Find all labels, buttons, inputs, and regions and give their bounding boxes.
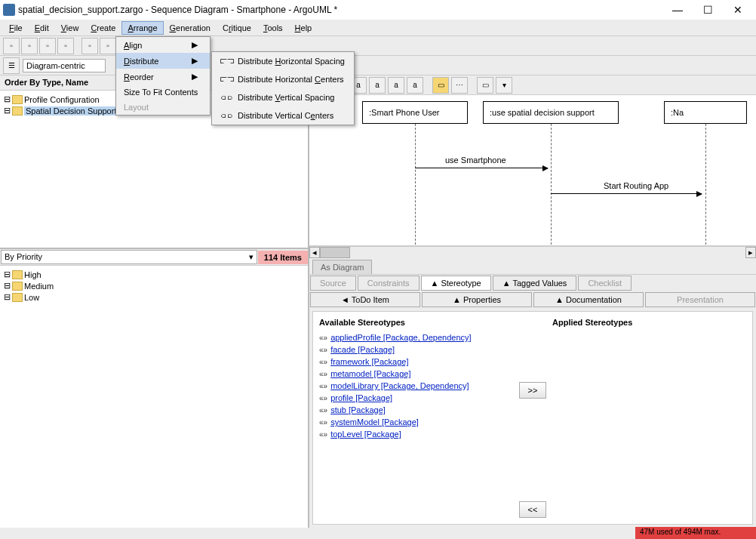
perspective-combo[interactable]: Diagram-centric <box>23 59 106 72</box>
dist-hs-icon: ⫍⫎ <box>221 55 233 67</box>
dt-7[interactable]: ▭ <box>432 77 449 94</box>
folder-icon <box>12 95 23 104</box>
menu-bar: File Edit View Create Arrange Generation… <box>0 20 756 36</box>
dt-8[interactable]: ⋯ <box>451 77 468 94</box>
tab-as-diagram[interactable]: As Diagram <box>312 260 372 274</box>
distribute-v-spacing[interactable]: ⫏⫐Distribute Vertical Spacing <box>212 88 354 106</box>
todo-panel: By Priority▾ 114 Items ⊟High ⊟Medium ⊟Lo… <box>0 249 308 528</box>
lifeline-line <box>705 124 706 245</box>
stereotype-item[interactable]: «»stub [Package] <box>319 404 513 416</box>
chevron-down-icon: ▾ <box>249 252 254 262</box>
distribute-v-centers[interactable]: ⫏⫐Distribute Vertical Centers <box>212 106 354 125</box>
message-label: Start Routing App <box>604 181 668 190</box>
tool-diagram-icon[interactable]: ☰ <box>3 57 20 74</box>
priority-medium[interactable]: ⊟Medium <box>3 280 305 291</box>
arrange-distribute[interactable]: Distribute▶ <box>116 53 210 69</box>
priority-high[interactable]: ⊟High <box>3 269 305 280</box>
items-count: 114 Items <box>258 251 308 264</box>
lifeline-user[interactable]: :Smart Phone User <box>362 101 468 124</box>
status-bar: 47M used of 494M max. <box>635 527 756 539</box>
maximize-button[interactable]: ☐ <box>699 2 717 17</box>
lifeline-line <box>415 124 416 245</box>
dist-hc-icon: ⫍⫎ <box>221 73 233 85</box>
dt-5[interactable]: a <box>388 77 404 94</box>
tab-presentation[interactable]: Presentation <box>645 292 755 307</box>
distribute-h-spacing[interactable]: ⫍⫎Distribute Horizontal Spacing <box>212 52 354 70</box>
lifeline-support[interactable]: :use spatial decision support <box>483 101 619 124</box>
tab-documentation[interactable]: ▲ Documentation <box>533 292 644 307</box>
arrange-size[interactable]: Size To Fit Contents <box>116 85 210 100</box>
minimize-button[interactable]: — <box>668 2 687 17</box>
message-arrow[interactable] <box>551 193 702 194</box>
lifeline-nav[interactable]: :Na <box>664 101 747 124</box>
memory-indicator: 47M used of 494M max. <box>635 527 756 539</box>
tool-save[interactable]: ▫ <box>39 38 56 54</box>
lifeline-line <box>551 124 552 245</box>
arrange-align[interactable]: Align▶ <box>116 37 210 53</box>
stereotype-item[interactable]: «»appliedProfile [Package, Dependency] <box>319 331 513 343</box>
tool-print[interactable]: ▫ <box>81 38 98 54</box>
priority-combo[interactable]: By Priority▾ <box>1 250 257 264</box>
tool-open[interactable]: ▫ <box>21 38 38 54</box>
tab-properties[interactable]: ▲ Properties <box>422 292 532 307</box>
tab-stereotype[interactable]: ▲ Stereotype <box>421 276 491 291</box>
close-button[interactable]: ✕ <box>729 2 747 17</box>
dt-4[interactable]: a <box>369 77 386 94</box>
folder-icon <box>12 270 23 279</box>
stereotype-item[interactable]: «»facade [Package] <box>319 343 513 356</box>
dt-9[interactable]: ▭ <box>477 77 493 94</box>
h-scrollbar[interactable]: ◂ ▸ <box>309 246 756 258</box>
stereotype-item[interactable]: «»systemModel [Package] <box>319 416 513 428</box>
remove-stereotype-button[interactable]: << <box>519 501 546 518</box>
window-controls: — ☐ ✕ <box>668 2 753 17</box>
expand-icon[interactable]: ⊟ <box>3 106 11 116</box>
diagram-toolbar: a a a a a a ▭ ⋯ ▭ ▾ <box>309 75 756 95</box>
folder-icon <box>12 282 23 291</box>
main-toolbar: ▫ ▫ ▫ ▫ ▫ ▫ ▫ <box>0 36 756 56</box>
tool-6[interactable]: ▫ <box>100 38 116 54</box>
arrange-layout: Layout <box>116 100 210 115</box>
tab-todo[interactable]: ◄ ToDo Item <box>310 292 420 307</box>
tab-checklist[interactable]: Checklist <box>578 276 632 291</box>
title-bar: spatial_decision_support.zargo - Sequenc… <box>0 0 756 20</box>
menu-arrange[interactable]: Arrange <box>121 21 163 35</box>
arrange-reorder[interactable]: Reorder▶ <box>116 69 210 85</box>
app-icon <box>3 4 15 16</box>
stereotype-item[interactable]: «»framework [Package] <box>319 356 513 368</box>
menu-tools[interactable]: Tools <box>257 21 289 35</box>
diagram-tabs: As Diagram <box>309 258 756 275</box>
diagram-canvas[interactable]: :Smart Phone User :use spatial decision … <box>309 95 756 246</box>
dt-6[interactable]: a <box>407 77 423 94</box>
arrange-dropdown: Align▶ Distribute▶ Reorder▶ Size To Fit … <box>115 36 211 116</box>
dt-10[interactable]: ▾ <box>496 77 512 94</box>
stereotype-item[interactable]: «»modelLibrary [Package, Dependency] <box>319 380 513 392</box>
tab-constraints[interactable]: Constraints <box>358 276 419 291</box>
distribute-submenu: ⫍⫎Distribute Horizontal Spacing ⫍⫎Distri… <box>211 51 355 125</box>
secondary-toolbar: ☰ Diagram-centric <box>0 56 756 75</box>
folder-icon <box>12 106 23 116</box>
expand-icon[interactable]: ⊟ <box>3 94 11 104</box>
applied-stereotypes: Applied Stereotypes <box>552 318 746 518</box>
menu-create[interactable]: Create <box>85 21 121 35</box>
message-label: use Smartphone <box>445 156 506 165</box>
dist-vs-icon: ⫏⫐ <box>221 91 233 103</box>
menu-edit[interactable]: Edit <box>29 21 55 35</box>
tab-tagged[interactable]: ▲ Tagged Values <box>493 276 577 291</box>
stereotype-item[interactable]: «»topLevel [Package] <box>319 428 513 440</box>
priority-low[interactable]: ⊟Low <box>3 291 305 303</box>
tool-new[interactable]: ▫ <box>3 38 20 54</box>
stereotype-item[interactable]: «»metamodel [Package] <box>319 368 513 380</box>
tab-source[interactable]: Source <box>310 276 356 291</box>
distribute-h-centers[interactable]: ⫍⫎Distribute Horizontal Centers <box>212 70 354 88</box>
message-arrow[interactable] <box>415 168 548 168</box>
menu-view[interactable]: View <box>55 21 85 35</box>
tool-4[interactable]: ▫ <box>57 38 74 54</box>
dist-vc-icon: ⫏⫐ <box>221 109 233 122</box>
menu-file[interactable]: File <box>3 21 29 35</box>
menu-critique[interactable]: Critique <box>217 21 257 35</box>
menu-generation[interactable]: Generation <box>164 21 217 35</box>
available-stereotypes: Available Stereotypes «»appliedProfile [… <box>319 318 513 518</box>
add-stereotype-button[interactable]: >> <box>519 382 546 399</box>
menu-help[interactable]: Help <box>289 21 318 35</box>
stereotype-item[interactable]: «»profile [Package] <box>319 392 513 404</box>
